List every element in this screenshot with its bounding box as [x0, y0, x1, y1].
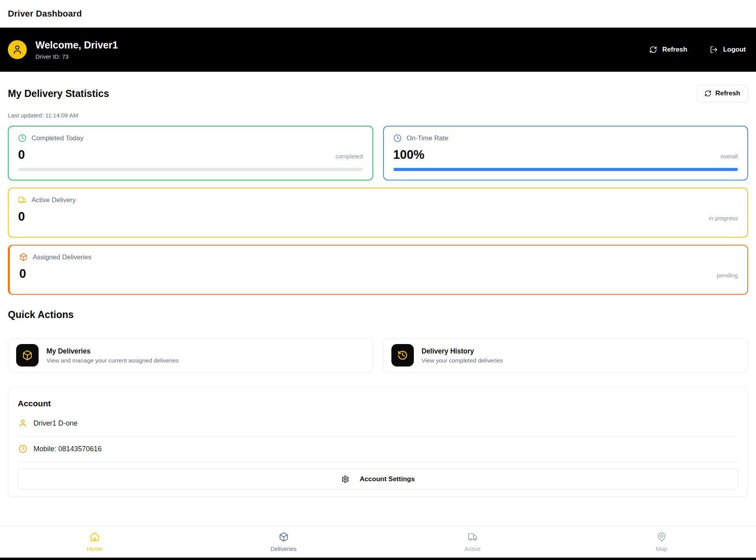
stats-refresh-button[interactable]: Refresh: [697, 85, 748, 102]
avatar: [8, 40, 27, 59]
history-icon: [391, 344, 414, 367]
bottom-strip: [0, 558, 756, 560]
quick-action-my-deliveries[interactable]: My Deliveries View and manage your curre…: [8, 338, 373, 372]
stat-card-active-delivery: Active Delivery 0 in progress: [8, 188, 748, 238]
stat-value: 0: [19, 268, 26, 280]
user-icon: [19, 419, 27, 428]
quick-action-description: View and manage your current assigned de…: [46, 357, 179, 364]
stat-label: Active Delivery: [32, 196, 76, 204]
nav-item-deliveries[interactable]: Deliveries: [189, 532, 378, 552]
stat-label: Assigned Deliveries: [33, 253, 91, 261]
package-icon: [279, 532, 289, 542]
welcome-block: Welcome, Driver1 Driver ID: 73: [35, 39, 118, 60]
package-icon: [19, 253, 28, 261]
account-settings-button[interactable]: Account Settings: [18, 469, 738, 489]
quick-action-title: My Deliveries: [46, 347, 179, 355]
stat-value: 100%: [393, 149, 424, 161]
quick-actions-heading: Quick Actions: [8, 309, 748, 320]
map-pin-icon: [657, 532, 667, 542]
stat-value: 0: [18, 149, 25, 161]
stat-value: 0: [18, 210, 25, 223]
stat-unit: pending: [717, 272, 738, 280]
account-name: Driver1 D-one: [33, 419, 78, 428]
gear-icon: [341, 475, 349, 483]
refresh-icon: [649, 46, 657, 54]
nav-item-home[interactable]: Home: [0, 532, 189, 552]
quick-action-description: View your completed deliveries: [422, 357, 503, 364]
last-updated-text: Last updated: 11:14:09 AM: [8, 112, 748, 119]
main-content: My Delivery Statistics Refresh Last upda…: [0, 85, 756, 497]
account-mobile: Mobile: 08143570616: [33, 445, 102, 453]
stat-unit: completed: [335, 153, 363, 161]
app-header: Welcome, Driver1 Driver ID: 73 Refresh L…: [0, 28, 756, 72]
stat-unit: in progress: [709, 215, 738, 223]
bottom-nav: Home Deliveries Active Map: [0, 526, 756, 558]
stat-label: Completed Today: [32, 134, 83, 142]
account-card: Account Driver1 D-one Mobile: 0814357061…: [8, 387, 748, 497]
stat-card-on-time-rate: On-Time Rate 100% overall: [383, 126, 749, 180]
page-title-bar: Driver Dashboard: [0, 0, 756, 28]
clock-icon: [18, 134, 26, 142]
header-refresh-button[interactable]: Refresh: [649, 46, 687, 54]
clock-icon: [19, 445, 27, 453]
refresh-icon: [704, 90, 712, 97]
stats-refresh-label: Refresh: [715, 89, 740, 97]
truck-icon: [468, 532, 478, 542]
account-settings-label: Account Settings: [360, 475, 415, 483]
stats-heading: My Delivery Statistics: [8, 88, 109, 99]
home-icon: [90, 532, 100, 542]
stat-unit: overall: [721, 153, 738, 161]
account-heading: Account: [18, 399, 738, 408]
quick-action-delivery-history[interactable]: Delivery History View your completed del…: [383, 338, 749, 372]
nav-label: Deliveries: [271, 545, 296, 552]
driver-id: Driver ID: 73: [35, 53, 118, 60]
clock-icon: [393, 134, 402, 142]
account-mobile-row: Mobile: 08143570616: [18, 436, 738, 462]
page-title: Driver Dashboard: [8, 9, 82, 19]
logout-button[interactable]: Logout: [710, 46, 746, 54]
nav-label: Active: [465, 545, 481, 552]
header-actions: Refresh Logout: [649, 46, 746, 54]
nav-item-map[interactable]: Map: [567, 532, 756, 552]
logout-label: Logout: [723, 46, 746, 54]
user-icon: [12, 45, 22, 55]
header-refresh-label: Refresh: [662, 46, 687, 54]
stat-card-completed-today: Completed Today 0 completed: [8, 126, 373, 180]
package-icon: [16, 344, 39, 367]
logout-icon: [710, 46, 718, 54]
nav-label: Home: [87, 545, 102, 552]
nav-item-active[interactable]: Active: [378, 532, 567, 552]
progress-bar: [18, 168, 363, 171]
quick-action-title: Delivery History: [422, 347, 503, 355]
progress-bar: [393, 168, 738, 171]
stat-label: On-Time Rate: [407, 134, 448, 142]
stat-card-assigned-deliveries: Assigned Deliveries 0 pending: [8, 245, 748, 295]
account-name-row: Driver1 D-one: [18, 411, 738, 436]
welcome-title: Welcome, Driver1: [35, 39, 118, 51]
truck-icon: [18, 196, 26, 204]
nav-label: Map: [656, 545, 667, 552]
